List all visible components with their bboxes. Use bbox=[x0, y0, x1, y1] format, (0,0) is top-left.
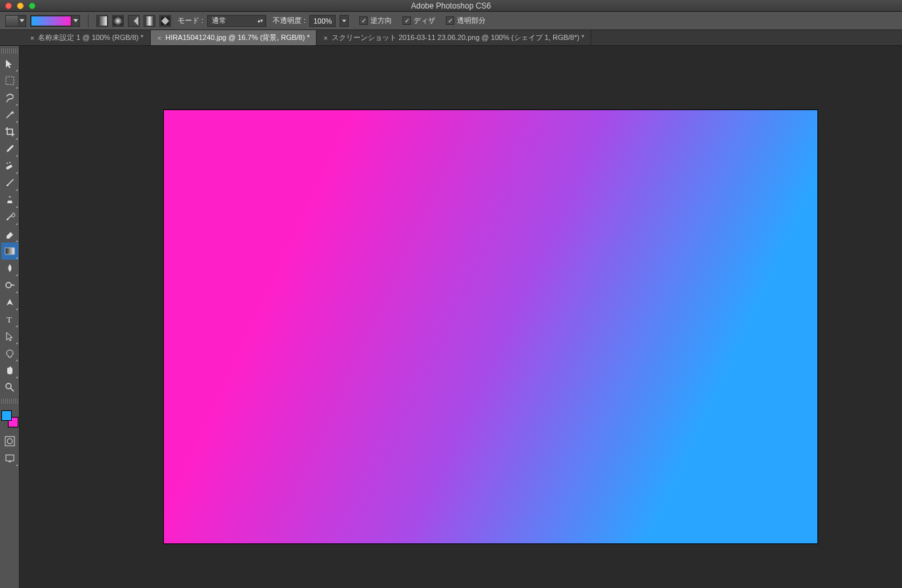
transparency-checkbox[interactable]: 透明部分 bbox=[446, 16, 486, 26]
crop-tool[interactable] bbox=[1, 123, 18, 140]
minimize-window-button[interactable] bbox=[17, 3, 24, 9]
gradient-diamond-button[interactable] bbox=[159, 15, 171, 27]
tools-panel: T bbox=[0, 46, 20, 588]
divider bbox=[88, 14, 88, 28]
pen-tool[interactable] bbox=[1, 294, 18, 311]
color-swatches[interactable] bbox=[1, 410, 18, 427]
options-bar: モード : 通常 ▴▾ 不透明度 : 100% 逆方向 ディザ 透明部分 bbox=[0, 12, 902, 30]
blur-tool[interactable] bbox=[1, 260, 18, 277]
checkbox-icon bbox=[359, 16, 368, 25]
svg-rect-5 bbox=[6, 77, 14, 85]
history-brush-tool[interactable] bbox=[1, 208, 18, 225]
svg-rect-6 bbox=[5, 165, 12, 170]
svg-point-12 bbox=[6, 383, 11, 389]
document-tab[interactable]: × 名称未設定 1 @ 100% (RGB/8) * bbox=[24, 30, 151, 45]
screen-mode-toggle[interactable] bbox=[1, 450, 18, 467]
close-window-button[interactable] bbox=[5, 3, 12, 9]
svg-text:T: T bbox=[7, 315, 12, 324]
type-tool[interactable]: T bbox=[1, 311, 18, 328]
window-controls bbox=[0, 3, 35, 9]
marquee-tool[interactable] bbox=[1, 72, 18, 89]
panel-divider bbox=[1, 399, 18, 404]
reverse-checkbox[interactable]: 逆方向 bbox=[359, 16, 392, 26]
document-tab-label: HIRA15041240.jpg @ 16.7% (背景, RGB/8) * bbox=[165, 33, 309, 43]
gradient-picker[interactable] bbox=[30, 15, 80, 27]
document-tab-label: 名称未設定 1 @ 100% (RGB/8) * bbox=[38, 33, 143, 43]
svg-rect-15 bbox=[6, 455, 14, 461]
gradient-preview bbox=[31, 16, 71, 26]
quick-mask-toggle[interactable] bbox=[1, 433, 18, 450]
brush-tool[interactable] bbox=[1, 174, 18, 191]
blend-mode-value: 通常 bbox=[212, 16, 226, 26]
gradient-angle-button[interactable] bbox=[128, 15, 140, 27]
checkbox-icon bbox=[446, 16, 454, 25]
tool-preset-icon bbox=[6, 16, 18, 26]
gradient-radial-button[interactable] bbox=[112, 15, 124, 27]
chevron-down-icon bbox=[71, 19, 79, 22]
mode-label: モード : bbox=[178, 16, 203, 26]
foreground-color-swatch[interactable] bbox=[1, 410, 12, 421]
close-tab-icon[interactable]: × bbox=[323, 34, 327, 42]
svg-rect-16 bbox=[9, 461, 11, 462]
document-tab[interactable]: × スクリーンショット 2016-03-11 23.06.20.png @ 10… bbox=[317, 30, 591, 45]
dither-label: ディザ bbox=[414, 16, 435, 26]
svg-rect-0 bbox=[98, 16, 107, 26]
gradient-linear-button[interactable] bbox=[96, 15, 108, 27]
svg-rect-3 bbox=[145, 16, 154, 26]
maximize-window-button[interactable] bbox=[29, 3, 35, 9]
panel-grip[interactable] bbox=[1, 49, 18, 54]
eyedropper-tool[interactable] bbox=[1, 140, 18, 157]
opacity-input[interactable]: 100% bbox=[309, 15, 336, 27]
app-title: Adobe Photoshop CS6 bbox=[0, 1, 902, 10]
document-tab[interactable]: × HIRA15041240.jpg @ 16.7% (背景, RGB/8) * bbox=[151, 30, 317, 45]
chevron-down-icon bbox=[18, 19, 26, 22]
shape-tool[interactable] bbox=[1, 345, 18, 362]
lasso-tool[interactable] bbox=[1, 89, 18, 106]
gradient-reflected-button[interactable] bbox=[144, 15, 155, 27]
opacity-label: 不透明度 : bbox=[273, 16, 305, 26]
eraser-tool[interactable] bbox=[1, 225, 18, 243]
checkbox-icon bbox=[402, 16, 411, 25]
move-tool[interactable] bbox=[1, 55, 18, 72]
close-tab-icon[interactable]: × bbox=[157, 34, 161, 42]
reverse-label: 逆方向 bbox=[370, 16, 392, 26]
close-tab-icon[interactable]: × bbox=[30, 34, 34, 42]
healing-brush-tool[interactable] bbox=[1, 157, 18, 174]
gradient-tool[interactable] bbox=[1, 243, 18, 260]
document-tabs: × 名称未設定 1 @ 100% (RGB/8) * × HIRA1504124… bbox=[0, 30, 902, 46]
canvas-workarea[interactable] bbox=[20, 46, 902, 588]
dodge-tool[interactable] bbox=[1, 277, 18, 294]
svg-point-10 bbox=[6, 283, 11, 288]
document-tab-label: スクリーンショット 2016-03-11 23.06.20.png @ 100%… bbox=[332, 33, 584, 43]
tool-preset-picker[interactable] bbox=[5, 15, 26, 27]
zoom-tool[interactable] bbox=[1, 379, 18, 396]
svg-rect-1 bbox=[113, 16, 123, 26]
svg-point-14 bbox=[7, 439, 12, 444]
blend-mode-select[interactable]: 通常 ▴▾ bbox=[207, 15, 266, 27]
svg-rect-9 bbox=[5, 248, 14, 254]
magic-wand-tool[interactable] bbox=[1, 106, 18, 123]
main-area: T bbox=[0, 46, 902, 588]
hand-tool[interactable] bbox=[1, 362, 18, 379]
transparency-label: 透明部分 bbox=[457, 16, 486, 26]
opacity-value: 100% bbox=[313, 17, 332, 25]
document-canvas[interactable] bbox=[164, 110, 817, 543]
clone-stamp-tool[interactable] bbox=[1, 191, 18, 208]
svg-point-8 bbox=[9, 162, 10, 163]
window-titlebar: Adobe Photoshop CS6 bbox=[0, 0, 902, 12]
svg-rect-13 bbox=[5, 437, 14, 446]
path-selection-tool[interactable] bbox=[1, 328, 18, 345]
opacity-stepper[interactable] bbox=[340, 15, 349, 27]
chevron-updown-icon: ▴▾ bbox=[258, 18, 263, 24]
svg-point-7 bbox=[7, 163, 8, 164]
dither-checkbox[interactable]: ディザ bbox=[402, 16, 435, 26]
